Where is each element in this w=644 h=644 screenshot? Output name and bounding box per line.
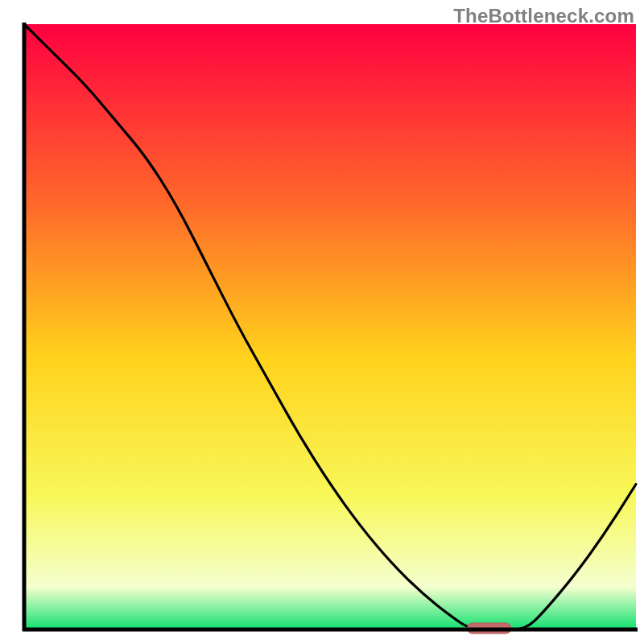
bottleneck-chart <box>0 0 644 644</box>
plot-background <box>24 24 636 630</box>
